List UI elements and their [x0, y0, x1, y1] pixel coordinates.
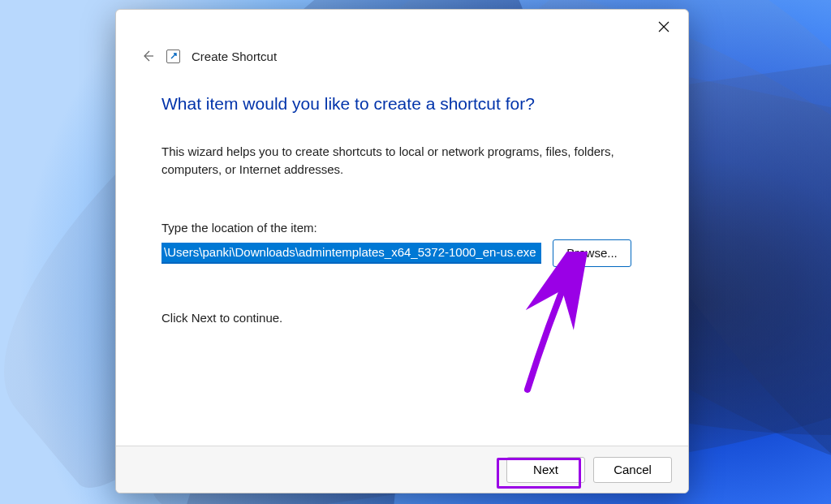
create-shortcut-dialog: Create Shortcut What item would you like…: [115, 9, 689, 493]
close-button[interactable]: [646, 14, 682, 40]
dialog-title: Create Shortcut: [192, 50, 277, 63]
next-button[interactable]: Next: [506, 457, 585, 483]
dialog-content: What item would you like to create a sho…: [116, 80, 688, 446]
back-button[interactable]: [140, 49, 155, 63]
continue-text: Click Next to continue.: [161, 311, 643, 325]
heading: What item would you like to create a sho…: [161, 94, 643, 114]
back-arrow-icon: [141, 50, 154, 62]
close-icon: [658, 21, 670, 32]
location-input[interactable]: [161, 243, 541, 264]
titlebar: [116, 10, 688, 44]
dialog-footer: Next Cancel: [116, 446, 688, 493]
location-label: Type the location of the item:: [161, 221, 643, 235]
explain-text: This wizard helps you to create shortcut…: [161, 143, 616, 179]
dialog-header: Create Shortcut: [116, 44, 688, 80]
cancel-button[interactable]: Cancel: [593, 457, 672, 483]
shortcut-icon: [166, 50, 180, 63]
browse-button[interactable]: Browse...: [553, 239, 631, 267]
